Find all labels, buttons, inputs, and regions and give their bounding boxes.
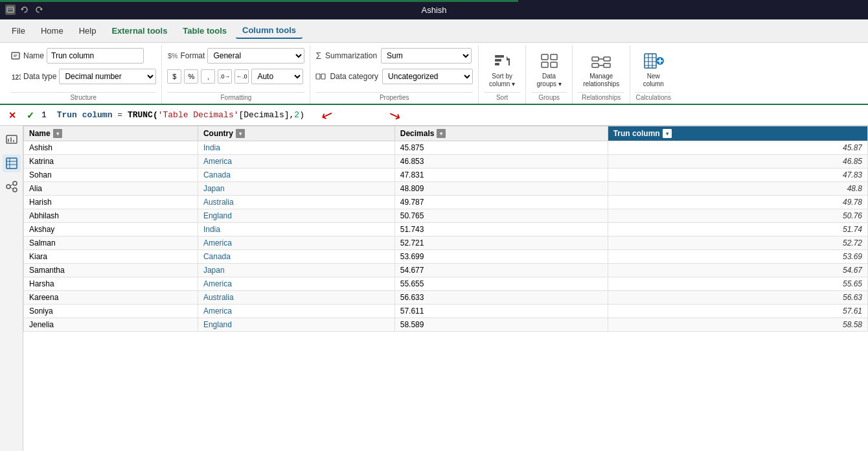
manage-relationships-icon bbox=[591, 51, 611, 71]
name-filter-btn[interactable]: ▾ bbox=[53, 129, 62, 138]
auto-select[interactable]: Auto bbox=[251, 69, 303, 84]
undo-icon[interactable] bbox=[19, 5, 30, 15]
svg-line-44 bbox=[10, 187, 13, 189]
cell-decimals-8: 53.699 bbox=[394, 250, 608, 264]
new-column-button[interactable]: Newcolumn bbox=[635, 48, 671, 91]
currency-button[interactable]: $ bbox=[167, 69, 181, 84]
col-header-country[interactable]: Country ▾ bbox=[198, 126, 394, 141]
calculations-label: Calculations bbox=[635, 92, 671, 101]
data-groups-button[interactable]: Datagroups ▾ bbox=[531, 48, 567, 91]
structure-group: Name 123 Data type Decimal number Struct… bbox=[5, 45, 162, 104]
app-title: Ashish bbox=[421, 5, 446, 15]
decimal-dec-button[interactable]: ←.0 bbox=[234, 69, 249, 84]
format-row: $% Format General bbox=[167, 48, 304, 64]
sigma-icon: Σ bbox=[315, 51, 321, 61]
menu-table-tools[interactable]: Table tools bbox=[176, 23, 233, 38]
name-icon bbox=[10, 51, 21, 61]
menu-external-tools[interactable]: External tools bbox=[105, 23, 174, 38]
comma-button[interactable]: , bbox=[201, 69, 215, 84]
cell-trun-13: 58.58 bbox=[608, 318, 867, 332]
cell-name-2: Sohan bbox=[24, 168, 198, 182]
trun-filter-btn[interactable]: ▾ bbox=[663, 129, 672, 138]
main-content: Name ▾ Country ▾ Decimals ▾ bbox=[23, 126, 868, 451]
svg-rect-8 bbox=[321, 74, 325, 79]
cell-name-1: Katrina bbox=[24, 155, 198, 168]
window-controls[interactable] bbox=[5, 5, 44, 15]
relationships-group-content: Managerelationships bbox=[578, 48, 624, 91]
manage-relationships-button[interactable]: Managerelationships bbox=[578, 48, 624, 91]
redo-icon[interactable] bbox=[34, 5, 44, 15]
name-input[interactable] bbox=[47, 48, 144, 64]
svg-point-42 bbox=[13, 188, 17, 192]
table-row: Salman America 52.721 52.72 bbox=[24, 237, 868, 250]
svg-rect-23 bbox=[645, 54, 656, 68]
arrow-annotation-2: ↘ bbox=[386, 105, 403, 125]
cell-decimals-0: 45.875 bbox=[394, 141, 608, 155]
menu-home[interactable]: Home bbox=[34, 23, 70, 38]
data-category-icon bbox=[315, 71, 326, 82]
sidebar-report-icon[interactable] bbox=[3, 131, 21, 149]
cell-country-9[interactable]: Japan bbox=[198, 264, 394, 277]
svg-point-41 bbox=[13, 181, 17, 185]
sidebar-model-icon[interactable] bbox=[3, 178, 21, 196]
col-header-name[interactable]: Name ▾ bbox=[24, 126, 198, 141]
cell-trun-2: 47.83 bbox=[608, 168, 867, 182]
cell-country-2[interactable]: Canada bbox=[198, 168, 394, 182]
cell-country-4[interactable]: Australia bbox=[198, 196, 394, 209]
menu-column-tools[interactable]: Column tools bbox=[236, 23, 303, 39]
table-row: Jenelia England 58.589 58.58 bbox=[24, 318, 868, 332]
sort-by-column-icon bbox=[492, 51, 512, 71]
svg-rect-9 bbox=[495, 55, 504, 58]
cell-country-0[interactable]: India bbox=[198, 141, 394, 155]
structure-group-content: Name 123 Data type Decimal number bbox=[10, 48, 156, 91]
formula-text: 1 Trun column = TRUNC('Table Decimals'[D… bbox=[41, 110, 304, 120]
country-filter-btn[interactable]: ▾ bbox=[236, 129, 245, 138]
cell-decimals-12: 57.611 bbox=[394, 305, 608, 318]
sort-by-column-button[interactable]: Sort bycolumn ▾ bbox=[484, 48, 520, 91]
menu-bar: File Home Help External tools Table tool… bbox=[0, 19, 868, 43]
data-category-select[interactable]: Uncategorized bbox=[382, 69, 473, 84]
cell-name-4: Harish bbox=[24, 196, 198, 209]
formula-confirm-button[interactable]: ✓ bbox=[23, 108, 38, 122]
menu-help[interactable]: Help bbox=[73, 23, 103, 38]
cell-country-11[interactable]: Australia bbox=[198, 291, 394, 305]
table-row: Ashish India 45.875 45.87 bbox=[24, 141, 868, 155]
cell-country-10[interactable]: America bbox=[198, 277, 394, 291]
percent-button[interactable]: % bbox=[184, 69, 198, 84]
formatting-fields: $% Format General $ % , .0→ ←.0 Auto bbox=[167, 48, 304, 87]
cell-trun-11: 56.63 bbox=[608, 291, 867, 305]
cell-country-5[interactable]: England bbox=[198, 209, 394, 223]
cell-country-12[interactable]: America bbox=[198, 305, 394, 318]
decimals-filter-btn[interactable]: ▾ bbox=[437, 129, 446, 138]
cell-trun-3: 48.8 bbox=[608, 182, 867, 196]
format-select[interactable]: General bbox=[207, 48, 304, 64]
data-table: Name ▾ Country ▾ Decimals ▾ bbox=[23, 126, 868, 332]
summarization-select[interactable]: Sum bbox=[381, 48, 472, 64]
cell-decimals-6: 51.743 bbox=[394, 223, 608, 237]
cell-trun-12: 57.61 bbox=[608, 305, 867, 318]
cell-country-8[interactable]: Canada bbox=[198, 250, 394, 264]
data-type-select[interactable]: Decimal number bbox=[59, 69, 156, 84]
relationships-label: Relationships bbox=[578, 92, 624, 101]
properties-label: Properties bbox=[315, 92, 473, 101]
formula-cancel-button[interactable]: ✕ bbox=[5, 108, 19, 122]
formatting-group: $% Format General $ % , .0→ ←.0 Auto bbox=[162, 45, 310, 104]
col-header-trun[interactable]: Trun column ▾ bbox=[608, 126, 867, 141]
data-category-label: Data category bbox=[330, 72, 378, 81]
summarization-row: Σ Summarization Sum bbox=[315, 48, 473, 64]
window-icon bbox=[5, 5, 16, 15]
cell-country-3[interactable]: Japan bbox=[198, 182, 394, 196]
table-row: Soniya America 57.611 57.61 bbox=[24, 305, 868, 318]
cell-country-7[interactable]: America bbox=[198, 237, 394, 250]
col-header-decimals[interactable]: Decimals ▾ bbox=[394, 126, 608, 141]
svg-rect-7 bbox=[316, 74, 320, 79]
svg-rect-36 bbox=[6, 158, 17, 168]
cell-country-13[interactable]: England bbox=[198, 318, 394, 332]
sidebar-data-icon[interactable] bbox=[3, 154, 21, 172]
cell-country-1[interactable]: America bbox=[198, 155, 394, 168]
cell-country-6[interactable]: India bbox=[198, 223, 394, 237]
cell-trun-0: 45.87 bbox=[608, 141, 867, 155]
cell-name-0: Ashish bbox=[24, 141, 198, 155]
decimal-inc-button[interactable]: .0→ bbox=[218, 69, 232, 84]
menu-file[interactable]: File bbox=[5, 23, 32, 38]
